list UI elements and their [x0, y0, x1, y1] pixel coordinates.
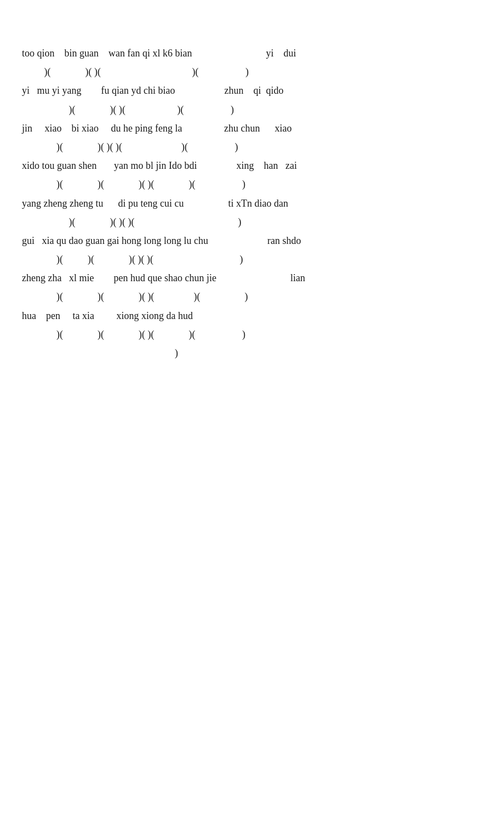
text-line-4: xido tou guan shen yan mo bl jin Ido bdi…: [22, 156, 482, 175]
text-line-3: jin xiao bi xiao du he ping feng la zhu …: [22, 119, 482, 138]
symbols-line-1: )( )( )( )( ): [22, 62, 482, 81]
symbols-line-4: )( )( )( )( )( ): [22, 175, 482, 193]
symbols-line-3: )( )( )( )( )( ): [22, 138, 482, 156]
line-pair-1: too qion bin guan wan fan qi xl k6 bian …: [22, 44, 482, 362]
symbols-line-2: )( )( )( )( ): [22, 100, 482, 119]
final-symbol: ): [22, 344, 482, 362]
symbols-line-5: )( )( )( )( ): [22, 213, 482, 231]
text-line-2: yi mu yi yang fu qian yd chi biao zhun q…: [22, 81, 482, 100]
symbols-line-8: )( )( )( )( )( ): [22, 325, 482, 344]
text-line-6: gui xia qu dao guan gai hong long long l…: [22, 231, 482, 250]
text-line-5: yang zheng zheng tu di pu teng cui cu ti…: [22, 194, 482, 213]
symbols-line-6: )( )( )( )( )( ): [22, 250, 482, 269]
symbols-line-7: )( )( )( )( )( ): [22, 287, 482, 306]
text-line-1: too qion bin guan wan fan qi xl k6 bian …: [22, 44, 482, 62]
text-line-7: zheng zha xl mie pen hud que shao chun j…: [22, 269, 482, 287]
main-content: too qion bin guan wan fan qi xl k6 bian …: [22, 44, 482, 362]
text-line-8: hua pen ta xia xiong xiong da hud: [22, 306, 482, 325]
